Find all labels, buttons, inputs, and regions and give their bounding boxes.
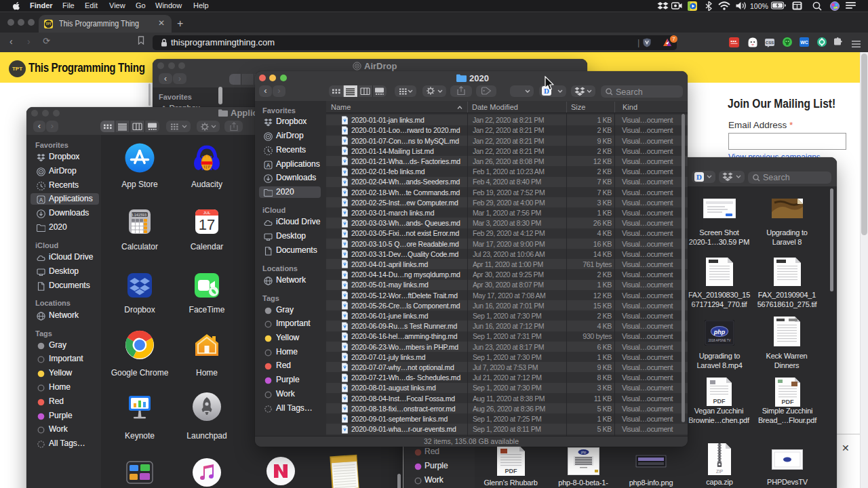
svg-text:php: php bbox=[580, 451, 586, 454]
svg-text:php: php bbox=[713, 329, 726, 336]
svg-text:3.141593: 3.141593 bbox=[131, 213, 146, 217]
svg-text:WC: WC bbox=[800, 40, 808, 45]
svg-text:PDF: PDF bbox=[713, 398, 726, 405]
svg-text:17: 17 bbox=[199, 216, 215, 233]
svg-text:CSS: CSS bbox=[766, 41, 774, 45]
svg-text:JUL: JUL bbox=[203, 211, 211, 215]
svg-text:D: D bbox=[696, 173, 702, 181]
svg-text:PDF: PDF bbox=[781, 399, 794, 405]
svg-text:A: A bbox=[266, 161, 270, 168]
svg-text:PDF: PDF bbox=[505, 468, 517, 474]
svg-text:2018 APSNE TV: 2018 APSNE TV bbox=[708, 339, 730, 342]
svg-text:A: A bbox=[39, 197, 43, 203]
svg-text:ZIP: ZIP bbox=[716, 469, 723, 474]
